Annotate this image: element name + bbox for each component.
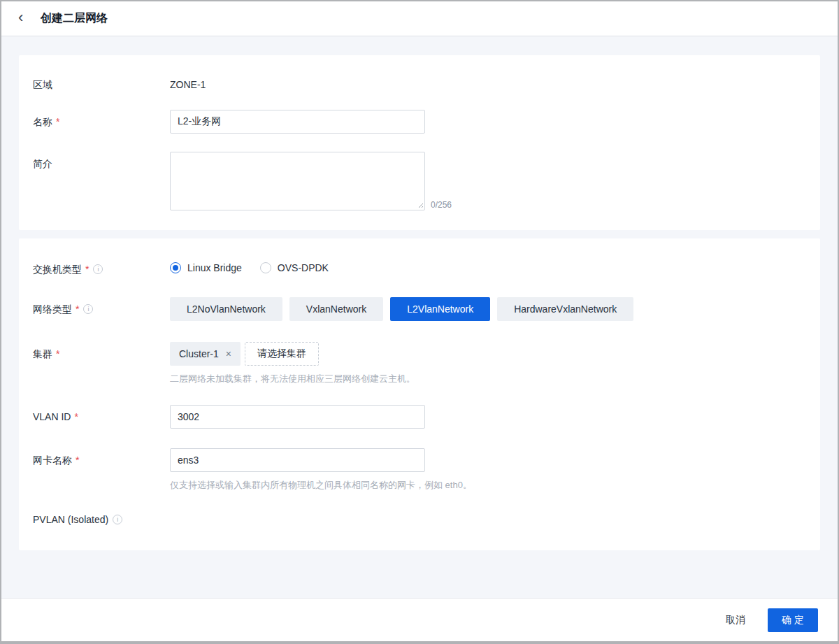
cluster-tag-label: Cluster-1 [179, 348, 219, 359]
switch-type-row: 交换机类型 * i Linux Bridge OVS-DPDK [33, 262, 806, 276]
required-asterisk: * [76, 453, 79, 467]
required-asterisk: * [76, 302, 79, 316]
back-button[interactable]: ‹ [18, 10, 36, 28]
toggle-knob [159, 521, 168, 531]
confirm-button[interactable]: 确 定 [768, 608, 818, 632]
select-cluster-button[interactable]: 请选择集群 [245, 342, 319, 366]
back-chevron-icon: ‹ [18, 10, 23, 25]
page-header: ‹ 创建二层网络 [1, 1, 838, 36]
char-counter: 0/256 [431, 200, 452, 210]
name-input[interactable] [170, 110, 425, 134]
required-asterisk: * [85, 262, 89, 276]
nic-helper-text: 仅支持选择或输入集群内所有物理机之间具体相同名称的网卡，例如 eth0。 [170, 479, 806, 492]
network-type-button-group: L2NoVlanNetwork VxlanNetwork L2VlanNetwo… [170, 297, 806, 321]
vlan-id-label: VLAN ID [33, 410, 71, 424]
description-label: 简介 [33, 157, 52, 171]
info-icon[interactable]: i [113, 515, 122, 524]
cluster-tag: Cluster-1 × [170, 342, 241, 366]
network-type-l2novlan[interactable]: L2NoVlanNetwork [170, 297, 282, 321]
required-asterisk: * [56, 115, 59, 129]
nic-name-input[interactable] [170, 448, 425, 472]
create-l2-network-page: ‹ 创建二层网络 区域 ZONE-1 名称 * [0, 0, 839, 644]
cluster-row: 集群 * Cluster-1 × 请选择集群 二层网络未加载集群，将无法使用相应… [33, 342, 806, 385]
network-config-card: 交换机类型 * i Linux Bridge OVS-DPDK [19, 238, 820, 550]
network-type-l2vlan[interactable]: L2VlanNetwork [390, 297, 490, 321]
switch-type-label: 交换机类型 [33, 262, 82, 276]
cancel-button[interactable]: 取消 [723, 608, 748, 632]
nic-name-label: 网卡名称 [33, 453, 72, 467]
nic-name-row: 网卡名称 * 仅支持选择或输入集群内所有物理机之间具体相同名称的网卡，例如 et… [33, 448, 806, 492]
zone-row: 区域 ZONE-1 [33, 78, 806, 92]
name-label: 名称 [33, 115, 52, 129]
pvlan-label: PVLAN (Isolated) [33, 513, 108, 527]
required-asterisk: * [74, 410, 78, 424]
cluster-label: 集群 [33, 347, 52, 361]
radio-ovs-dpdk[interactable]: OVS-DPDK [260, 262, 329, 273]
pvlan-row: PVLAN (Isolated) i ✓ [33, 513, 806, 527]
form-content: 区域 ZONE-1 名称 * 简介 [1, 36, 838, 598]
radio-circle-icon [170, 262, 181, 273]
network-type-label: 网络类型 [33, 302, 72, 316]
zone-label: 区域 [33, 78, 52, 92]
vlan-id-row: VLAN ID * [33, 405, 806, 429]
cluster-helper-text: 二层网络未加载集群，将无法使用相应三层网络创建云主机。 [170, 373, 806, 385]
network-type-vxlan[interactable]: VxlanNetwork [289, 297, 383, 321]
description-textarea[interactable] [170, 152, 425, 210]
name-row: 名称 * [33, 110, 806, 134]
basic-info-card: 区域 ZONE-1 名称 * 简介 [19, 55, 820, 230]
page-footer: 取消 确 定 [1, 598, 838, 641]
page-title: 创建二层网络 [41, 11, 108, 26]
info-icon[interactable]: i [83, 304, 93, 314]
zone-value: ZONE-1 [170, 79, 206, 90]
network-type-hardwarevxlan[interactable]: HardwareVxlanNetwork [497, 297, 633, 321]
switch-type-radio-group: Linux Bridge OVS-DPDK [170, 262, 806, 273]
remove-tag-icon[interactable]: × [226, 349, 231, 359]
radio-circle-icon [260, 262, 271, 273]
network-type-row: 网络类型 * i L2NoVlanNetwork VxlanNetwork L2… [33, 297, 806, 321]
radio-linux-bridge[interactable]: Linux Bridge [170, 262, 242, 273]
required-asterisk: * [56, 347, 59, 361]
check-icon: ✓ [174, 515, 180, 523]
vlan-id-input[interactable] [170, 405, 425, 429]
info-icon[interactable]: i [93, 264, 103, 274]
description-row: 简介 0/256 [33, 152, 806, 210]
